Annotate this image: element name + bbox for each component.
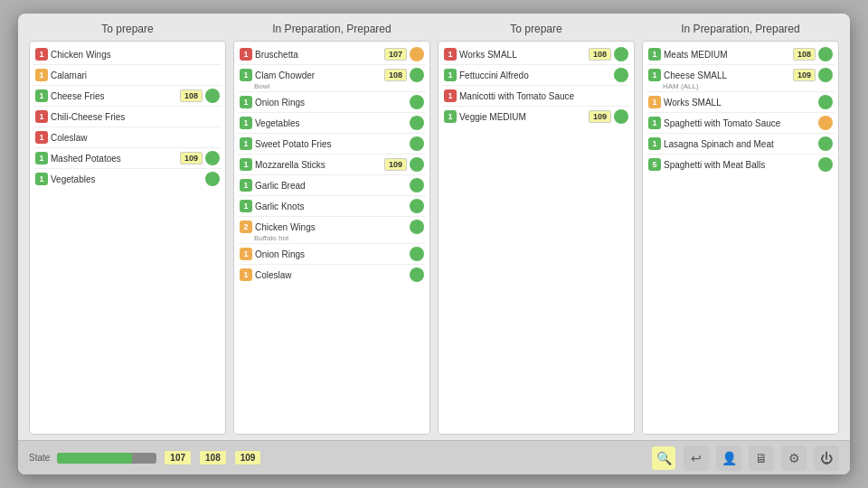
column-body-1: 1Bruschetta1071Clam Chowder108Bowl1Onion…: [233, 41, 430, 435]
order-row[interactable]: 1Cheese SMALL109: [646, 66, 835, 84]
power-button[interactable]: ⏻: [814, 446, 839, 471]
status-dot[interactable]: [614, 109, 628, 124]
order-row[interactable]: 1Mozzarella Sticks109: [238, 155, 426, 174]
order-row[interactable]: 1Onion Rings: [238, 245, 426, 263]
item-name: Garlic Bread: [255, 181, 407, 191]
undo-button[interactable]: ↩: [684, 446, 709, 471]
person-button[interactable]: 👤: [716, 446, 741, 471]
item-name: Works SMALL: [664, 98, 816, 108]
order-row[interactable]: 1Works SMALL108: [442, 45, 630, 63]
status-dot[interactable]: [410, 95, 424, 109]
item-sub-text: Buffalo hot: [238, 234, 426, 242]
qty-badge: 1: [648, 48, 661, 61]
row-divider: [238, 112, 426, 113]
order-row[interactable]: 1Onion Rings: [238, 93, 426, 111]
qty-badge: 1: [35, 69, 48, 81]
order-num-badge: 108: [180, 89, 203, 102]
item-name: Chicken Wings: [51, 50, 220, 60]
qty-badge: 1: [444, 89, 457, 102]
row-divider: [33, 127, 222, 127]
order-num-badge: 108: [793, 48, 816, 61]
order-row[interactable]: 1Lasagna Spinach and Meat: [646, 135, 835, 153]
item-sub-text: Bowl: [238, 82, 426, 90]
order-row[interactable]: 1Sweet Potato Fries: [238, 135, 426, 153]
order-row[interactable]: 1Works SMALL: [646, 93, 835, 111]
item-name: Mozzarella Sticks: [255, 160, 382, 170]
status-dot[interactable]: [818, 116, 833, 130]
item-name: Meats MEDIUM: [664, 50, 790, 60]
item-name: Clam Chowder: [255, 70, 382, 80]
order-row[interactable]: 1Mashed Potatoes109: [33, 149, 222, 167]
order-row[interactable]: 1Cheese Fries108: [33, 87, 222, 105]
footer-order-108[interactable]: 108: [199, 450, 227, 465]
footer-order-109[interactable]: 109: [234, 450, 262, 465]
status-dot[interactable]: [818, 68, 833, 82]
qty-badge: 5: [648, 158, 661, 171]
status-dot[interactable]: [410, 267, 424, 282]
status-dot[interactable]: [818, 136, 833, 151]
footer-order-107[interactable]: 107: [164, 450, 192, 465]
item-name: Coleslaw: [51, 133, 220, 143]
order-row[interactable]: 1Chicken Wings: [33, 45, 222, 63]
column-body-3: 1Meats MEDIUM1081Cheese SMALL109HAM (ALL…: [642, 41, 839, 435]
order-row[interactable]: 1Coleslaw: [33, 128, 222, 146]
item-name: Bruschetta: [255, 50, 382, 60]
row-divider: [238, 264, 426, 265]
order-row[interactable]: 2Chicken Wings: [238, 218, 426, 236]
order-row[interactable]: 1Garlic Knots: [238, 197, 426, 215]
order-row[interactable]: 1Veggie MEDIUM109: [442, 108, 630, 126]
order-row[interactable]: 1Coleslaw: [238, 266, 426, 284]
status-dot[interactable]: [614, 47, 628, 61]
item-sub-text: HAM (ALL): [646, 82, 835, 90]
status-dot[interactable]: [205, 89, 220, 103]
status-dot[interactable]: [410, 220, 424, 234]
state-bar-fill: [57, 453, 132, 464]
order-row[interactable]: 1Clam Chowder108: [238, 66, 426, 84]
status-dot[interactable]: [818, 47, 833, 61]
order-num-badge: 109: [384, 158, 407, 171]
order-row[interactable]: 1Fettuccini Alfredo: [442, 66, 630, 84]
qty-badge: 1: [240, 96, 252, 108]
column-title-0: To prepare: [29, 23, 226, 35]
search-button[interactable]: 🔍: [651, 446, 676, 471]
order-num-badge: 109: [589, 110, 611, 123]
state-label: State: [29, 453, 50, 463]
order-row[interactable]: 1Meats MEDIUM108: [646, 45, 835, 63]
status-dot[interactable]: [818, 157, 833, 172]
status-dot[interactable]: [205, 172, 220, 186]
order-row[interactable]: 1Vegetables: [238, 114, 426, 132]
status-dot[interactable]: [410, 247, 424, 261]
status-dot[interactable]: [614, 68, 628, 82]
item-name: Vegetables: [51, 174, 203, 184]
order-row[interactable]: 1Bruschetta107: [238, 45, 426, 63]
status-dot[interactable]: [410, 47, 424, 61]
order-row[interactable]: 1Calamari: [33, 66, 222, 84]
item-name: Manicotti with Tomato Sauce: [459, 91, 628, 101]
item-name: Mashed Potatoes: [51, 154, 177, 164]
qty-badge: 1: [444, 110, 457, 123]
status-dot[interactable]: [410, 178, 424, 192]
order-row[interactable]: 1Manicotti with Tomato Sauce: [442, 87, 630, 105]
column-title-1: In Preparation, Prepared: [233, 23, 430, 35]
status-dot[interactable]: [410, 157, 424, 172]
order-num-badge: 108: [589, 48, 611, 61]
status-dot[interactable]: [410, 136, 424, 151]
column-body-0: 1Chicken Wings1Calamari1Cheese Fries1081…: [29, 41, 226, 435]
order-row[interactable]: 1Garlic Bread: [238, 176, 426, 194]
status-dot[interactable]: [818, 95, 833, 109]
settings-button[interactable]: ⚙: [781, 446, 807, 471]
item-name: Fettuccini Alfredo: [459, 70, 611, 80]
status-dot[interactable]: [410, 68, 424, 82]
monitor-button[interactable]: 🖥: [749, 446, 774, 471]
row-divider: [238, 133, 426, 134]
order-row[interactable]: 1Chili-Cheese Fries: [33, 108, 222, 126]
status-dot[interactable]: [410, 116, 424, 130]
order-row[interactable]: 1Vegetables: [33, 170, 222, 188]
order-row[interactable]: 1Spaghetti with Tomato Sauce: [646, 114, 835, 132]
status-dot[interactable]: [205, 151, 220, 165]
qty-badge: 1: [648, 117, 661, 129]
item-name: Cheese Fries: [51, 91, 177, 101]
order-row[interactable]: 5Spaghetti with Meat Balls: [646, 155, 835, 174]
qty-badge: 1: [444, 69, 457, 81]
status-dot[interactable]: [410, 199, 424, 213]
